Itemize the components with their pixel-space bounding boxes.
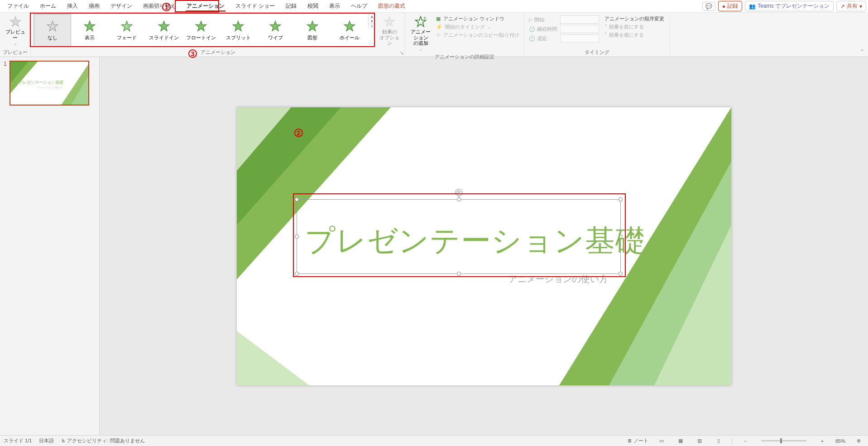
timing-grid: ▷開始: 🕘継続時間: 🕘遅延: xyxy=(527,14,601,44)
delay-input[interactable] xyxy=(560,34,599,43)
group-label-animation: アニメーション xyxy=(34,49,402,57)
annotation-box-3 xyxy=(30,13,375,47)
effect-options-label: 効果の オプション xyxy=(378,29,401,46)
record-button[interactable]: ● 記録 xyxy=(718,1,742,11)
earlier-label: 順番を前にする xyxy=(609,24,644,30)
preview-button[interactable]: プレビュー ⌄ xyxy=(3,14,28,48)
zoom-in-button[interactable]: + xyxy=(816,437,828,445)
ribbon-group-preview: プレビュー ⌄ プレビュー xyxy=(0,13,31,57)
fit-window-button[interactable]: ⊕ xyxy=(853,437,864,445)
zoom-slider[interactable] xyxy=(761,440,806,441)
zoom-value[interactable]: 85% xyxy=(835,438,845,444)
notes-label: ノート xyxy=(633,437,648,444)
clock-icon: 🕘 xyxy=(529,26,535,32)
annotation-box-2 xyxy=(293,193,626,277)
add-animation-button[interactable]: + アニメーション の追加 ⌄ xyxy=(408,14,433,53)
tab-help[interactable]: ヘルプ xyxy=(345,0,373,12)
annotation-number-1: 1 xyxy=(162,3,171,11)
teams-present-button[interactable]: 👥 Teams でプレゼンテーション xyxy=(745,1,834,11)
status-slide: スライド 1/1 xyxy=(4,437,32,444)
tab-slideshow[interactable]: スライド ショー xyxy=(230,0,280,12)
a11y-label: アクセシビリティ: 問題ありません xyxy=(67,438,144,443)
duration-input[interactable] xyxy=(560,25,599,33)
star-icon xyxy=(383,15,396,28)
group-label-preview: プレビュー xyxy=(3,49,28,57)
main-area: 1 プレゼンテーション基礎 アニメーションの使い方 xyxy=(0,57,868,435)
animation-painter-button[interactable]: ☆アニメーションのコピー/貼り付け xyxy=(436,32,519,38)
slide-canvas[interactable]: ⟳ プレゼンテーション基礎 アニメーションの使い方 xyxy=(237,107,731,385)
trigger-label: 開始のタイミング xyxy=(445,24,485,30)
view-reading-button[interactable]: ▥ xyxy=(694,437,705,445)
annotation-box-1 xyxy=(175,0,219,12)
menu-bar: ファイル ホーム 挿入 描画 デザイン 画面切り替え アニメーション スライド … xyxy=(0,0,868,13)
status-bar: スライド 1/1 日本語 ♿︎ アクセシビリティ: 問題ありません ≣ノート ▭… xyxy=(0,435,868,446)
annotation-number-2: 2 xyxy=(294,129,303,137)
tab-view[interactable]: 表示 xyxy=(324,0,345,12)
reorder-header: アニメーションの順序変更 xyxy=(604,15,664,22)
duration-label: 🕘継続時間: xyxy=(529,26,558,33)
slide-area: ⟳ プレゼンテーション基礎 アニメーションの使い方 2 xyxy=(100,57,868,435)
tab-draw[interactable]: 描画 xyxy=(83,0,105,12)
start-label: ▷開始: xyxy=(529,16,558,23)
share-label: 共有 xyxy=(847,2,858,10)
add-animation-label: アニメーション の追加 xyxy=(409,29,432,46)
animation-dialog-launcher[interactable]: ↘ xyxy=(400,50,403,55)
painter-label: アニメーションのコピー/貼り付け xyxy=(443,32,519,38)
thumbnail-number: 1 xyxy=(4,61,7,106)
zoom-knob[interactable] xyxy=(780,438,782,443)
trigger-button[interactable]: ⚡開始のタイミング ⌄ xyxy=(436,24,519,30)
animation-pane-label: アニメーション ウィンドウ xyxy=(443,15,504,22)
tab-shape-format[interactable]: 図形の書式 xyxy=(373,0,411,12)
up-icon: ˄ xyxy=(604,24,607,30)
advanced-column: ▦アニメーション ウィンドウ ⚡開始のタイミング ⌄ ☆アニメーションのコピー/… xyxy=(434,14,521,40)
tab-file[interactable]: ファイル xyxy=(2,0,34,12)
tab-insert[interactable]: 挿入 xyxy=(62,0,83,12)
record-label: 記録 xyxy=(727,2,738,10)
view-sorter-button[interactable]: ▦ xyxy=(675,437,686,445)
svg-marker-23 xyxy=(237,331,309,385)
animation-pane-button[interactable]: ▦アニメーション ウィンドウ xyxy=(436,15,519,22)
reorder-column: アニメーションの順序変更 ˄順番を前にする ˅順番を後にする xyxy=(602,14,667,40)
tab-home[interactable]: ホーム xyxy=(34,0,62,12)
comments-button[interactable]: 💬 xyxy=(702,2,715,11)
share-button[interactable]: ↗ 共有 ▾ xyxy=(836,1,866,11)
lightning-icon: ⚡ xyxy=(436,24,442,30)
view-normal-button[interactable]: ▭ xyxy=(656,437,667,445)
svg-text:+: + xyxy=(423,15,427,20)
move-later-button[interactable]: ˅順番を後にする xyxy=(604,32,664,38)
group-label-timing: タイミング xyxy=(527,49,667,57)
status-lang[interactable]: 日本語 xyxy=(39,437,54,444)
start-input[interactable] xyxy=(560,15,599,24)
collapse-ribbon-button[interactable]: ⌃ xyxy=(860,48,864,55)
a11y-icon: ♿︎ xyxy=(61,438,67,443)
ribbon-group-timing: ▷開始: 🕘継続時間: 🕘遅延: アニメーションの順序変更 ˄順番を前にする ˅… xyxy=(524,13,670,57)
view-slideshow-button[interactable]: ▯ xyxy=(713,437,724,445)
star-icon: ☆ xyxy=(436,32,441,38)
status-a11y[interactable]: ♿︎ アクセシビリティ: 問題ありません xyxy=(61,437,144,444)
thumb-title: プレゼンテーション基礎 xyxy=(19,80,63,86)
delay-label: 🕘遅延: xyxy=(529,35,558,42)
thumb-sub: アニメーションの使い方 xyxy=(38,86,62,89)
preview-label: プレビュー xyxy=(4,29,27,40)
ribbon-group-animation: なし 表示 フェード スライドイン フロートイン xyxy=(31,13,405,57)
effect-options-button[interactable]: 効果の オプション xyxy=(377,14,402,48)
star-plus-icon: + xyxy=(414,15,427,28)
ribbon-group-advanced: + アニメーション の追加 ⌄ ▦アニメーション ウィンドウ ⚡開始のタイミング… xyxy=(405,13,524,57)
slide-thumbnail-1[interactable]: プレゼンテーション基礎 アニメーションの使い方 xyxy=(10,61,89,106)
notes-button[interactable]: ≣ノート xyxy=(628,437,648,444)
tab-design[interactable]: デザイン xyxy=(105,0,138,12)
clock-icon: 🕘 xyxy=(529,36,535,42)
down-icon: ˅ xyxy=(604,32,607,38)
zoom-out-button[interactable]: − xyxy=(739,437,751,445)
tab-record[interactable]: 記録 xyxy=(280,0,302,12)
notes-icon: ≣ xyxy=(628,438,632,444)
play-icon: ▷ xyxy=(529,17,532,23)
tab-review[interactable]: 校閲 xyxy=(302,0,324,12)
thumbnail-wrap: 1 プレゼンテーション基礎 アニメーションの使い方 xyxy=(4,61,96,106)
svg-marker-0 xyxy=(10,16,20,26)
star-icon xyxy=(9,15,22,28)
pane-icon: ▦ xyxy=(436,16,441,22)
move-earlier-button[interactable]: ˄順番を前にする xyxy=(604,24,664,30)
thumbnail-pane: 1 プレゼンテーション基礎 アニメーションの使い方 xyxy=(0,57,100,435)
svg-marker-10 xyxy=(384,16,394,26)
